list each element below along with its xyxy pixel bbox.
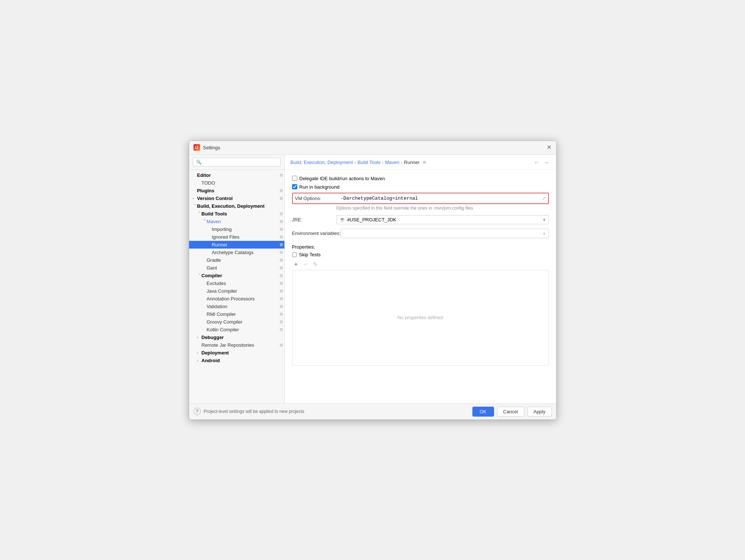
sidebar-item-runner[interactable]: Runner ⊞ xyxy=(189,241,284,249)
sidebar-item-gradle[interactable]: Gradle ⊞ xyxy=(189,256,284,264)
env-label: Environment variables: xyxy=(292,231,341,236)
breadcrumb: Build, Execution, Deployment › Build Too… xyxy=(291,160,426,165)
sidebar-item-gant[interactable]: Gant ⊞ xyxy=(189,264,284,272)
sidebar-item-label: Gradle xyxy=(207,257,280,263)
sidebar-item-excludes[interactable]: Excludes ⊞ xyxy=(189,279,284,287)
footer-left: ? Project-level settings will be applied… xyxy=(194,408,304,415)
delegate-label: Delegate IDE build/run actions to Maven xyxy=(299,176,385,181)
env-row: Environment variables: ≡ xyxy=(292,229,549,238)
sidebar-item-plugins[interactable]: Plugins ⊞ xyxy=(189,187,284,195)
settings-icon: ⊞ xyxy=(280,281,283,286)
jre-row: JRE: ☕ #USE_PROJECT_JDK ▾ xyxy=(292,215,549,224)
add-property-button[interactable]: + xyxy=(292,260,300,268)
sidebar-item-java-compiler[interactable]: Java Compiler ⊞ xyxy=(189,287,284,295)
arrow-icon: › xyxy=(197,359,202,363)
apply-button[interactable]: Apply xyxy=(527,407,552,417)
main-content: Editor ⊞ TODO Plugins ⊞ › Version Contro… xyxy=(189,155,556,403)
delegate-checkbox[interactable] xyxy=(292,176,297,181)
sidebar-item-label: TODO xyxy=(202,180,284,186)
sidebar-item-editor[interactable]: Editor ⊞ xyxy=(189,171,284,179)
settings-icon: ⊞ xyxy=(280,258,283,263)
sidebar-item-build-exec-deploy[interactable]: › Build, Execution, Deployment xyxy=(189,202,284,210)
properties-section: Properties: Skip Tests + − ✎ No prop xyxy=(292,244,549,365)
settings-icon: ⊞ xyxy=(280,242,283,247)
sidebar-item-build-tools[interactable]: › Build Tools ⊞ xyxy=(189,210,284,218)
cancel-button[interactable]: Cancel xyxy=(497,407,524,417)
remove-property-button[interactable]: − xyxy=(302,260,310,268)
settings-icon: ⊞ xyxy=(280,289,283,293)
settings-icon: ⊞ xyxy=(280,327,283,332)
settings-window: IJ Settings ✕ Editor ⊞ TODO xyxy=(189,140,557,420)
sidebar-item-label: Excludes xyxy=(207,281,280,286)
arrow-icon: › xyxy=(197,335,202,339)
breadcrumb-item-runner: Runner xyxy=(404,160,420,165)
sidebar-item-label: Remote Jar Repositories xyxy=(202,342,280,348)
skip-tests-checkbox[interactable] xyxy=(292,252,297,257)
expand-icon[interactable]: ⤢ xyxy=(542,196,546,201)
sidebar-item-label: RMI Compiler xyxy=(207,311,280,317)
sidebar-item-rmi-compiler[interactable]: RMI Compiler ⊞ xyxy=(189,310,284,318)
env-input[interactable]: ≡ xyxy=(341,229,549,238)
sidebar-item-debugger[interactable]: › Debugger xyxy=(189,333,284,341)
close-button[interactable]: ✕ xyxy=(547,145,552,150)
sidebar-item-ignored-files[interactable]: Ignored Files ⊞ xyxy=(189,233,284,241)
settings-icon: ⊞ xyxy=(280,250,283,255)
jre-select[interactable]: ☕ #USE_PROJECT_JDK ▾ xyxy=(336,215,549,224)
sidebar-item-version-control[interactable]: › Version Control ⊞ xyxy=(189,195,284,202)
sidebar-item-label: Gant xyxy=(207,265,280,271)
sidebar-item-validation[interactable]: Validation ⊞ xyxy=(189,303,284,310)
sidebar-item-maven[interactable]: › Maven ⊞ xyxy=(189,218,284,225)
sidebar-item-label: Importing xyxy=(212,227,280,232)
sidebar-item-label: Maven xyxy=(207,219,280,224)
sidebar-item-label: Build, Execution, Deployment xyxy=(197,203,284,209)
breadcrumb-bar: Build, Execution, Deployment › Build Too… xyxy=(285,155,556,170)
run-background-checkbox[interactable] xyxy=(292,184,297,189)
footer-buttons: OK Cancel Apply xyxy=(472,407,552,417)
help-button[interactable]: ? xyxy=(194,408,201,415)
search-input[interactable] xyxy=(193,158,281,167)
breadcrumb-sep: › xyxy=(382,160,383,165)
settings-icon: ⊞ xyxy=(280,173,283,178)
sidebar-item-label: Debugger xyxy=(202,335,284,340)
nav-back-button[interactable]: ← xyxy=(533,158,541,167)
breadcrumb-item-build-tools[interactable]: Build Tools xyxy=(358,160,381,165)
settings-icon: ⊞ xyxy=(280,265,283,270)
breadcrumb-item-build[interactable]: Build, Execution, Deployment xyxy=(291,160,353,165)
arrow-icon: › xyxy=(193,204,197,208)
jre-select-inner: ☕ #USE_PROJECT_JDK xyxy=(340,217,397,222)
settings-form: Delegate IDE build/run actions to Maven … xyxy=(285,170,556,403)
sidebar-item-remote-jar-repos[interactable]: Remote Jar Repositories ⊞ xyxy=(189,341,284,349)
sidebar-item-label: Annotation Processors xyxy=(207,296,280,302)
settings-icon: ⊞ xyxy=(280,320,283,324)
sidebar-item-label: Archetype Catalogs xyxy=(212,250,280,255)
sidebar-item-kotlin-compiler[interactable]: Kotlin Compiler ⊞ xyxy=(189,326,284,333)
settings-icon: ⊞ xyxy=(280,219,283,224)
jre-value: #USE_PROJECT_JDK xyxy=(347,217,397,222)
edit-property-button[interactable]: ✎ xyxy=(311,260,319,268)
sidebar-item-deployment[interactable]: › Deployment xyxy=(189,349,284,357)
props-toolbar: + − ✎ xyxy=(292,260,549,268)
sidebar-item-compiler[interactable]: › Compiler ⊞ xyxy=(189,272,284,279)
arrow-icon: › xyxy=(193,196,197,200)
env-edit-icon[interactable]: ≡ xyxy=(543,231,545,236)
sidebar-item-archetype-catalogs[interactable]: Archetype Catalogs ⊞ xyxy=(189,249,284,256)
sidebar-item-android[interactable]: › Android xyxy=(189,357,284,364)
delegate-checkbox-row: Delegate IDE build/run actions to Maven xyxy=(292,176,549,181)
vm-options-input[interactable] xyxy=(339,195,541,202)
breadcrumb-item-maven[interactable]: Maven xyxy=(385,160,400,165)
sidebar-item-importing[interactable]: Importing ⊞ xyxy=(189,225,284,233)
sidebar-item-label: Build Tools xyxy=(202,211,280,217)
ok-button[interactable]: OK xyxy=(472,407,494,417)
settings-icon: ⊞ xyxy=(280,211,283,216)
sidebar-item-todo[interactable]: TODO xyxy=(189,179,284,187)
sidebar-item-label: Deployment xyxy=(202,350,284,356)
select-arrow-icon: ▾ xyxy=(543,217,546,222)
sidebar-item-label: Android xyxy=(202,358,284,363)
sidebar-item-annotation-processors[interactable]: Annotation Processors ⊞ xyxy=(189,295,284,303)
sidebar-item-label: Validation xyxy=(207,304,280,309)
jre-label: JRE: xyxy=(292,217,336,222)
nav-forward-button[interactable]: → xyxy=(542,158,550,167)
sidebar-item-label: Version Control xyxy=(197,196,280,201)
settings-icon: ⊞ xyxy=(280,273,283,278)
sidebar-item-groovy-compiler[interactable]: Groovy Compiler ⊞ xyxy=(189,318,284,326)
